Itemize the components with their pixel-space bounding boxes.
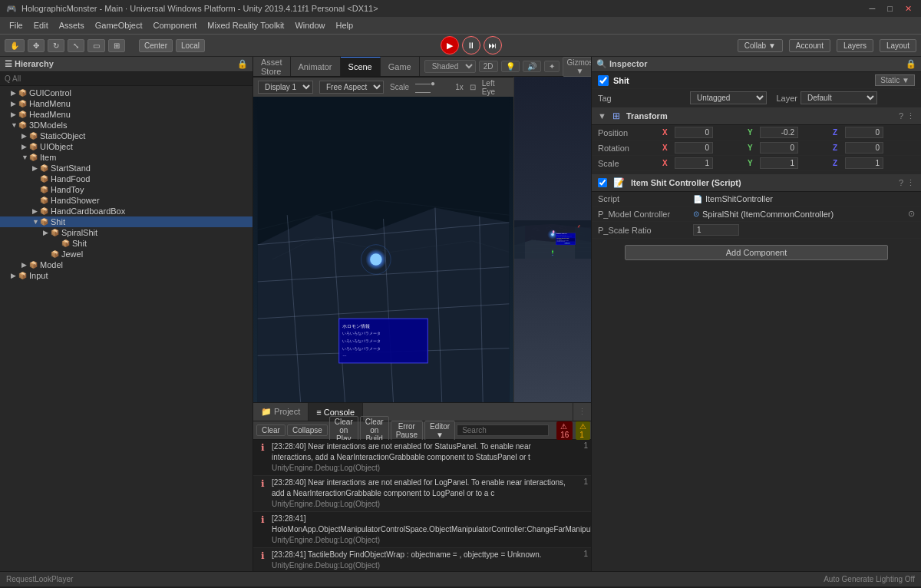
app-logo: 🎮 — [6, 4, 17, 14]
svg-point-18 — [370, 253, 381, 265]
tree-item-handcardboardbox[interactable]: ▶ 📦 HandCardboardBox — [0, 206, 253, 216]
pmodel-target-icon[interactable]: ⊙ — [908, 209, 915, 219]
tree-item-model[interactable]: ▶ 📦 Model — [0, 259, 253, 270]
titlebar-controls[interactable]: ─ □ ✕ — [867, 4, 915, 14]
layer-select[interactable]: Default — [801, 91, 877, 104]
tab-animator[interactable]: Animator — [291, 57, 341, 76]
add-component-btn[interactable]: Add Component — [625, 245, 888, 260]
tab-asset-store[interactable]: Asset Store — [253, 57, 291, 76]
tab-game[interactable]: Game — [381, 57, 420, 76]
log-entry[interactable]: ℹ [23:28:41] HoloMonApp.ObjectManipulato… — [253, 512, 591, 548]
menu-file[interactable]: File — [5, 19, 28, 31]
menu-edit[interactable]: Edit — [29, 19, 53, 31]
tree-item-3dmodels[interactable]: ▼ 📦 3DModels — [0, 120, 253, 130]
inspector-panel: 🔍 Inspector 🔒 Shit Static ▼ Tag Untagged… — [591, 57, 921, 571]
tool-rect[interactable]: ▭ — [87, 39, 105, 52]
position-y-input[interactable] — [760, 127, 798, 138]
rotation-x-input[interactable] — [675, 142, 713, 154]
log-entry[interactable]: ℹ [23:28:41] TactileBody FindObjectWrap … — [253, 548, 591, 571]
menu-mrt[interactable]: Mixed Reality Toolkit — [203, 19, 289, 31]
tool-rotate[interactable]: ↻ — [48, 39, 64, 52]
play-button[interactable]: ▶ — [441, 36, 459, 55]
menu-gameobject[interactable]: GameObject — [91, 19, 147, 31]
tree-item-input[interactable]: ▶ 📦 Input — [0, 270, 253, 281]
tree-item-handshower[interactable]: 📦 HandShower — [0, 195, 253, 206]
tool-transform[interactable]: ⊞ — [108, 39, 125, 52]
script-info-icon[interactable]: ? — [899, 178, 903, 188]
script-component-header[interactable]: 📝 Item Shit Controller (Script) ? ⋮ — [592, 174, 921, 192]
account-btn[interactable]: Account — [789, 39, 830, 52]
log-entry[interactable]: ℹ [23:28:40] Near interactions are not e… — [253, 440, 591, 476]
maximize-btn[interactable]: □ — [884, 4, 896, 14]
tree-item-uiobject[interactable]: ▶ 📦 UIObject — [0, 141, 253, 152]
pmodel-label: P_Model Controller — [598, 210, 690, 219]
center-btn[interactable]: Center — [139, 39, 173, 52]
2d-btn[interactable]: 2D — [479, 61, 498, 72]
tool-hand[interactable]: ✋ — [5, 39, 25, 52]
object-active-checkbox[interactable] — [598, 75, 609, 86]
tree-item-staticobject[interactable]: ▶ 📦 StaticObject — [0, 130, 253, 141]
hierarchy-search[interactable] — [0, 72, 253, 86]
tree-item-shit[interactable]: ▼ 📦 Shit — [0, 216, 253, 227]
aspect-select[interactable]: Free Aspect — [319, 81, 384, 94]
layers-btn[interactable]: Layers — [837, 39, 873, 52]
display-select[interactable]: Display 1 — [258, 81, 313, 94]
tab-project[interactable]: 📁 Project — [253, 403, 309, 421]
hierarchy-lock-icon[interactable]: 🔒 — [237, 59, 248, 69]
audio-btn[interactable]: 🔊 — [523, 61, 541, 72]
shading-select[interactable]: Shaded — [424, 60, 476, 73]
tree-item-handmenu[interactable]: ▶ 📦 HandMenu — [0, 98, 253, 109]
toolbar-right: Collab ▼ Account Layers Layout — [738, 39, 916, 52]
close-btn[interactable]: ✕ — [902, 4, 915, 14]
static-badge[interactable]: Static ▼ — [875, 74, 915, 86]
error-pause-btn[interactable]: Error Pause — [391, 421, 423, 441]
pause-button[interactable]: ⏸ — [462, 36, 480, 55]
scale-x-input[interactable] — [675, 157, 713, 169]
script-settings-icon[interactable]: ⋮ — [906, 178, 915, 188]
tree-item-handtoy[interactable]: 📦 HandToy — [0, 184, 253, 195]
tree-item-headmenu[interactable]: ▶ 📦 HeadMenu — [0, 109, 253, 120]
view-area: Display 1 Free Aspect Scale ——●—— 1x ⊡ L… — [253, 77, 591, 402]
pscale-input[interactable] — [693, 224, 739, 236]
inspector-lock-icon[interactable]: 🔒 — [906, 59, 916, 69]
menu-assets[interactable]: Assets — [54, 19, 89, 31]
step-button[interactable]: ⏭ — [484, 36, 502, 55]
lights-btn[interactable]: 💡 — [501, 61, 520, 72]
console-search[interactable] — [457, 424, 549, 436]
tool-scale[interactable]: ⤡ — [68, 39, 84, 52]
local-btn[interactable]: Local — [176, 39, 205, 52]
collab-btn[interactable]: Collab ▼ — [738, 39, 783, 52]
tree-item-spiralshit[interactable]: ▶ 📦 SpiralShit — [0, 227, 253, 238]
collapse-btn[interactable]: Collapse — [287, 424, 328, 436]
clear-btn[interactable]: Clear — [256, 424, 286, 436]
tree-item-guicontrol[interactable]: ▶ 📦 GUIControl — [0, 88, 253, 98]
tool-move[interactable]: ✥ — [28, 39, 45, 52]
scale-z-input[interactable] — [845, 157, 883, 169]
tree-item-shit-child[interactable]: 📦 Shit — [0, 238, 253, 249]
position-z-input[interactable] — [845, 127, 883, 138]
log-entry[interactable]: ℹ [23:28:40] Near interactions are not e… — [253, 476, 591, 512]
transform-header[interactable]: ▼ ⊞ Transform ? ⋮ — [592, 107, 921, 125]
tree-item-item[interactable]: ▼ 📦 Item — [0, 152, 253, 163]
menu-window[interactable]: Window — [290, 19, 329, 31]
transform-settings-icon[interactable]: ⋮ — [906, 111, 915, 121]
tag-select[interactable]: Untagged — [690, 91, 767, 104]
position-row: Position X Y Z — [592, 125, 921, 140]
layout-btn[interactable]: Layout — [880, 39, 916, 52]
script-active-checkbox[interactable] — [598, 178, 607, 187]
scale-y-input[interactable] — [760, 157, 798, 169]
minimize-btn[interactable]: ─ — [867, 4, 879, 14]
menu-help[interactable]: Help — [332, 19, 358, 31]
maximize-game-icon[interactable]: ⊡ — [470, 83, 476, 91]
menu-component[interactable]: Component — [148, 19, 201, 31]
tree-item-handfood[interactable]: 📦 HandFood — [0, 173, 253, 184]
transform-info-icon[interactable]: ? — [899, 111, 903, 121]
effects-btn[interactable]: ✦ — [544, 61, 560, 72]
rotation-z-input[interactable] — [845, 142, 883, 154]
tree-item-startstand[interactable]: ▶ 📦 StartStand — [0, 163, 253, 173]
tab-scene[interactable]: Scene — [341, 57, 381, 76]
rotation-y-input[interactable] — [760, 142, 798, 154]
editor-btn[interactable]: Editor ▼ — [424, 421, 455, 441]
tree-item-jewel[interactable]: 📦 Jewel — [0, 249, 253, 259]
position-x-input[interactable] — [675, 127, 713, 138]
